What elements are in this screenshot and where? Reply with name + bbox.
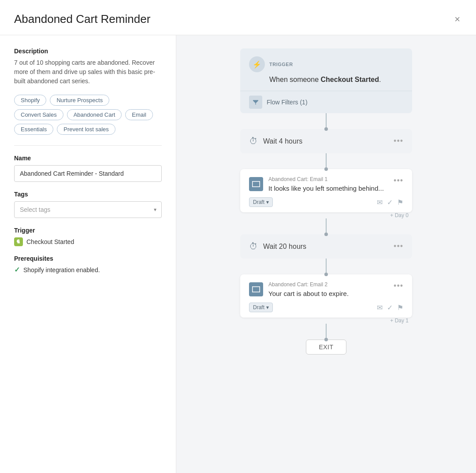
tags-field-group: Tags Select tags ▾ — [14, 191, 162, 218]
trigger-section: Trigger Checkout Started — [14, 227, 162, 246]
email-card-1-header: Abandoned Cart: Email 1 It looks like yo… — [249, 176, 403, 193]
connector-1 — [326, 113, 327, 129]
modal-header: Abandoned Cart Reminder × — [0, 0, 476, 35]
modal-title: Abandoned Cart Reminder — [14, 12, 150, 26]
more-menu-1[interactable]: ••• — [394, 137, 403, 146]
footer-icons-2: ✉ ✓ ⚑ — [377, 303, 403, 312]
tag-badge-shopify: Shopify — [14, 95, 46, 106]
email-card-2: Abandoned Cart: Email 2 Your cart is abo… — [240, 274, 412, 318]
connector-4 — [326, 259, 327, 274]
more-menu-4[interactable]: ••• — [394, 281, 403, 291]
modal: Abandoned Cart Reminder × Description 7 … — [0, 0, 476, 473]
connector-2 — [326, 153, 327, 169]
tag-badge-email: Email — [125, 109, 153, 120]
connector-dot-3 — [324, 233, 328, 236]
trigger-card: ⚡ Trigger When someone Checkout Started. — [240, 48, 412, 113]
tag-badge-nurture: Nurture Prospects — [50, 95, 109, 106]
day-row-2: + Day 1 — [240, 318, 412, 324]
draft-chevron-2: ▾ — [266, 304, 269, 310]
divider-1 — [14, 145, 162, 146]
connector-dot-1 — [324, 127, 328, 131]
shopify-icon — [14, 237, 23, 246]
trigger-card-text: When someone Checkout Started. — [269, 75, 403, 85]
draft-badge-2[interactable]: Draft ▾ — [249, 303, 273, 312]
filter-action-icon-1[interactable]: ⚑ — [397, 198, 403, 207]
draft-chevron-1: ▾ — [266, 199, 269, 205]
name-input[interactable] — [14, 165, 162, 182]
footer-icons-1: ✉ ✓ ⚑ — [377, 198, 403, 207]
trigger-text-bold: Checkout Started — [321, 76, 379, 83]
trigger-value: Checkout Started — [26, 238, 74, 245]
right-panel: ⚡ Trigger When someone Checkout Started. — [176, 35, 476, 473]
day-row-1: + Day 0 — [240, 212, 412, 218]
email-action-icon-2[interactable]: ✉ — [377, 303, 383, 312]
wait-label-2: Wait 20 hours — [263, 243, 306, 251]
name-label: Name — [14, 155, 162, 162]
trigger-text-start: When someone — [269, 76, 321, 83]
prerequisites-label: Prerequisites — [14, 255, 162, 262]
connector-dot-5 — [324, 338, 328, 341]
email-icon-1 — [249, 177, 263, 191]
clock-icon-1: ⏱ — [249, 136, 258, 146]
close-button[interactable]: × — [453, 13, 462, 26]
prerequisites-section: Prerequisites ✓ Shopify integration enab… — [14, 255, 162, 274]
email-1-body: It looks like you left something behind.… — [268, 184, 384, 193]
check-action-icon-1[interactable]: ✓ — [387, 198, 393, 207]
flow-filter-row: Flow Filters (1) — [240, 91, 412, 113]
email-icon-2 — [249, 282, 263, 296]
tag-badge-abandoned-cart: Abandoned Cart — [67, 109, 122, 120]
more-menu-2[interactable]: ••• — [394, 176, 403, 185]
wait-left-1: ⏱ Wait 4 hours — [249, 136, 302, 146]
draft-label-2: Draft — [253, 304, 264, 310]
email-card-2-header: Abandoned Cart: Email 2 Your cart is abo… — [249, 281, 403, 298]
trigger-label-row: ⚡ Trigger — [249, 56, 403, 72]
connector-5 — [326, 324, 327, 340]
connector-3 — [326, 218, 327, 234]
filter-text: Flow Filters (1) — [267, 99, 308, 106]
left-panel: Description 7 out of 10 shopping carts a… — [0, 35, 176, 473]
name-field-group: Name — [14, 155, 162, 182]
day-label-2: + Day 1 — [390, 318, 410, 324]
tags-label: Tags — [14, 191, 162, 198]
check-action-icon-2[interactable]: ✓ — [387, 303, 393, 312]
trigger-item: Checkout Started — [14, 237, 162, 246]
email-card-2-left: Abandoned Cart: Email 2 Your cart is abo… — [249, 281, 349, 298]
filter-action-icon-2[interactable]: ⚑ — [397, 303, 403, 312]
modal-body: Description 7 out of 10 shopping carts a… — [0, 35, 476, 473]
email-2-title: Abandoned Cart: Email 2 — [268, 281, 349, 288]
more-menu-3[interactable]: ••• — [394, 242, 403, 251]
email-card-2-footer: Draft ▾ ✉ ✓ ⚑ — [249, 303, 403, 312]
clock-icon-2: ⏱ — [249, 241, 258, 251]
filter-icon — [249, 96, 262, 109]
trigger-text-end: . — [379, 76, 381, 83]
connector-dot-4 — [324, 273, 328, 276]
description-section: Description 7 out of 10 shopping carts a… — [14, 48, 162, 86]
check-icon: ✓ — [14, 266, 20, 274]
wait-left-2: ⏱ Wait 20 hours — [249, 241, 306, 251]
trigger-label: Trigger — [14, 227, 162, 234]
tag-badge-prevent: Prevent lost sales — [57, 124, 115, 135]
email-card-1: Abandoned Cart: Email 1 It looks like yo… — [240, 169, 412, 212]
prerequisite-item: ✓ Shopify integration enabled. — [14, 266, 162, 274]
description-text: 7 out of 10 shopping carts are abandoned… — [14, 58, 162, 86]
wait-card-1: ⏱ Wait 4 hours ••• — [240, 129, 412, 153]
email-1-title: Abandoned Cart: Email 1 — [268, 176, 384, 182]
description-label: Description — [14, 48, 162, 55]
draft-badge-1[interactable]: Draft ▾ — [249, 197, 273, 207]
wait-label-1: Wait 4 hours — [263, 137, 302, 145]
tags-select[interactable]: Select tags — [14, 201, 162, 218]
lightning-icon: ⚡ — [249, 56, 265, 72]
exit-node: EXIT — [306, 340, 346, 355]
day-label-1: + Day 0 — [390, 212, 410, 218]
wait-card-2: ⏱ Wait 20 hours ••• — [240, 234, 412, 259]
tag-badges-row: Shopify Nurture Prospects Convert Sales … — [14, 95, 162, 135]
email-action-icon-1[interactable]: ✉ — [377, 198, 383, 207]
email-card-2-info: Abandoned Cart: Email 2 Your cart is abo… — [268, 281, 349, 298]
email-card-1-info: Abandoned Cart: Email 1 It looks like yo… — [268, 176, 384, 193]
email-card-1-footer: Draft ▾ ✉ ✓ ⚑ — [249, 197, 403, 207]
tag-badge-convert: Convert Sales — [14, 109, 63, 120]
flow-container: ⚡ Trigger When someone Checkout Started. — [240, 48, 412, 355]
email-2-body: Your cart is about to expire. — [268, 289, 349, 298]
connector-dot-2 — [324, 167, 328, 171]
prerequisites-value: Shopify integration enabled. — [23, 266, 100, 273]
